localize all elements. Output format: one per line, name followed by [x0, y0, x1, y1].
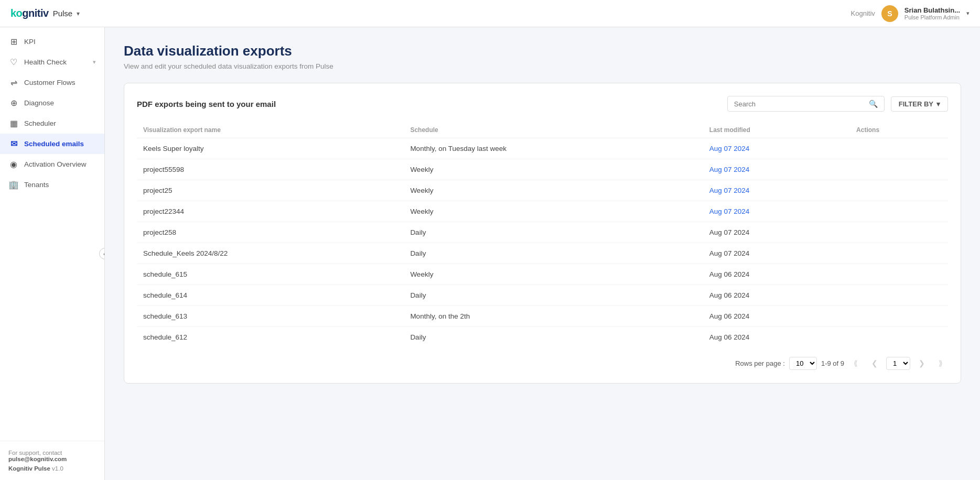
pagination-first-button[interactable]: ⟪ [848, 356, 863, 370]
sidebar-item-scheduler-label: Scheduler [24, 119, 96, 127]
customer-flows-icon: ⇌ [8, 78, 19, 88]
kognitiv-label: Kognitiv [851, 9, 875, 17]
cell-name[interactable]: project22344 [137, 201, 404, 222]
cell-schedule: Monthly, on Tuesday last week [404, 138, 703, 159]
card-header: PDF exports being sent to your email 🔍 F… [137, 96, 948, 112]
sidebar-item-scheduled-emails[interactable]: ✉ Scheduled emails [0, 134, 104, 154]
kpi-icon: ⊞ [8, 37, 19, 47]
cell-name: Schedule_Keels 2024/8/22 [137, 243, 404, 264]
cell-schedule: Weekly [404, 264, 703, 285]
cell-modified: Aug 07 2024 [703, 222, 850, 243]
table-row: schedule_614DailyAug 06 2024 [137, 285, 948, 306]
header-right: Kognitiv S Srian Bulathsin... Pulse Plat… [851, 5, 970, 22]
support-text: For support, contact pulse@kognitiv.com [8, 450, 96, 462]
cell-actions [850, 180, 948, 201]
sidebar-item-activation-overview[interactable]: ◉ Activation Overview [0, 154, 104, 174]
logo: kognitiv [10, 7, 49, 19]
version-info: Kognitiv Pulse v1.0 [8, 465, 96, 472]
user-chevron-icon[interactable]: ▾ [966, 10, 970, 17]
rows-per-page-select[interactable]: 10 25 50 [789, 357, 817, 370]
diagnose-icon: ⊕ [8, 98, 19, 108]
search-box[interactable]: 🔍 [727, 96, 885, 112]
layout: ❮ ⊞ KPI ♡ Health Check ▾ ⇌ Customer Flow… [0, 27, 980, 480]
sidebar-item-scheduler[interactable]: ▦ Scheduler [0, 113, 104, 134]
filter-button[interactable]: FILTER BY ▾ [891, 96, 948, 112]
cell-schedule: Daily [404, 222, 703, 243]
col-schedule: Schedule [404, 122, 703, 138]
support-email[interactable]: pulse@kognitiv.com [8, 456, 67, 462]
cell-actions [850, 306, 948, 327]
cell-name[interactable]: Keels Super loyalty [137, 138, 404, 159]
cell-actions [850, 222, 948, 243]
cell-schedule: Daily [404, 285, 703, 306]
cell-actions [850, 243, 948, 264]
pagination-next-button[interactable]: ❯ [914, 356, 929, 370]
pagination-range: 1-9 of 9 [821, 359, 844, 367]
cell-name: schedule_614 [137, 285, 404, 306]
sidebar-item-customer-flows[interactable]: ⇌ Customer Flows [0, 72, 104, 93]
search-input[interactable] [734, 100, 865, 108]
cell-name: project258 [137, 222, 404, 243]
version-number: v1.0 [52, 465, 63, 472]
cell-schedule: Weekly [404, 180, 703, 201]
user-role: Pulse Platform Admin [904, 14, 960, 20]
filter-label: FILTER BY [899, 100, 933, 108]
col-name: Visualization export name [137, 122, 404, 138]
sidebar-item-diagnose[interactable]: ⊕ Diagnose [0, 93, 104, 113]
cell-name[interactable]: project55598 [137, 159, 404, 180]
card-controls: 🔍 FILTER BY ▾ [727, 96, 948, 112]
cell-schedule: Weekly [404, 201, 703, 222]
table-header: Visualization export name Schedule Last … [137, 122, 948, 138]
pagination-last-button[interactable]: ⟫ [933, 356, 948, 370]
sidebar: ❮ ⊞ KPI ♡ Health Check ▾ ⇌ Customer Flow… [0, 27, 105, 480]
sidebar-item-health-check[interactable]: ♡ Health Check ▾ [0, 52, 104, 72]
sidebar-item-tenants[interactable]: 🏢 Tenants [0, 174, 104, 195]
rows-per-page-label: Rows per page : [735, 359, 785, 367]
sidebar-item-customer-flows-label: Customer Flows [24, 79, 96, 86]
cell-schedule: Daily [404, 327, 703, 348]
table-row: Schedule_Keels 2024/8/22DailyAug 07 2024 [137, 243, 948, 264]
sidebar-item-health-check-label: Health Check [24, 58, 88, 66]
version-label: Kognitiv Pulse [8, 465, 50, 472]
cell-name: schedule_613 [137, 306, 404, 327]
pagination-prev-button[interactable]: ❮ [867, 356, 882, 370]
table-body: Keels Super loyaltyMonthly, on Tuesday l… [137, 138, 948, 348]
sidebar-item-kpi-label: KPI [24, 38, 96, 46]
cell-actions [850, 159, 948, 180]
table-row: Keels Super loyaltyMonthly, on Tuesday l… [137, 138, 948, 159]
table-row: schedule_615WeeklyAug 06 2024 [137, 264, 948, 285]
app-chevron-icon[interactable]: ▾ [77, 10, 80, 17]
sidebar-item-scheduled-emails-label: Scheduled emails [24, 140, 96, 148]
tenants-icon: 🏢 [8, 180, 19, 190]
cell-modified: Aug 06 2024 [703, 264, 850, 285]
scheduled-emails-icon: ✉ [8, 139, 19, 149]
page-select[interactable]: 1 [886, 357, 910, 370]
cell-actions [850, 264, 948, 285]
cell-modified: Aug 07 2024 [703, 243, 850, 264]
cell-name[interactable]: project25 [137, 180, 404, 201]
col-actions: Actions [850, 122, 948, 138]
pagination: Rows per page : 10 25 50 1-9 of 9 ⟪ ❮ 1 … [137, 347, 948, 370]
sidebar-item-tenants-label: Tenants [24, 181, 96, 189]
table-row: schedule_613Monthly, on the 2thAug 06 20… [137, 306, 948, 327]
top-header: kognitiv Pulse ▾ Kognitiv S Srian Bulath… [0, 0, 980, 27]
cell-name: schedule_612 [137, 327, 404, 348]
user-name: Srian Bulathsin... [904, 6, 960, 14]
app-name: Pulse [53, 9, 73, 18]
cell-actions [850, 327, 948, 348]
cell-schedule: Daily [404, 243, 703, 264]
health-check-expand-icon: ▾ [93, 59, 96, 66]
cell-modified: Aug 06 2024 [703, 306, 850, 327]
sidebar-item-kpi[interactable]: ⊞ KPI [0, 31, 104, 52]
table-row: project258DailyAug 07 2024 [137, 222, 948, 243]
cell-actions [850, 138, 948, 159]
sidebar-item-activation-overview-label: Activation Overview [24, 160, 96, 168]
table-row: project22344WeeklyAug 07 2024 [137, 201, 948, 222]
avatar: S [881, 5, 898, 22]
cell-schedule: Weekly [404, 159, 703, 180]
cell-modified: Aug 07 2024 [703, 180, 850, 201]
cell-modified: Aug 06 2024 [703, 285, 850, 306]
filter-chevron-icon: ▾ [936, 100, 940, 108]
cell-actions [850, 201, 948, 222]
sidebar-item-diagnose-label: Diagnose [24, 99, 96, 107]
